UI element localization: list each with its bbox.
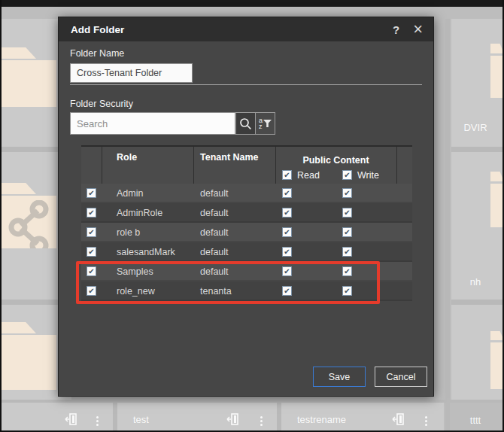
row-select-checkbox[interactable] (87, 286, 96, 296)
sort-filter-button[interactable]: a z (255, 112, 275, 135)
role-cell: Samples (117, 266, 153, 277)
table-header: Role Tenant Name Public Content Read Wri… (81, 145, 412, 184)
read-checkbox[interactable] (282, 227, 292, 237)
tenant-cell: default (200, 266, 229, 277)
header-divider (396, 147, 397, 184)
role-cell: Admin (117, 188, 143, 199)
search-button[interactable] (235, 112, 256, 135)
col-header-tenant-name: Tenant Name (200, 152, 259, 163)
tile-label-tttt: tttt (451, 415, 499, 426)
role-cell: role_new (117, 286, 155, 297)
read-all-checkbox[interactable] (282, 170, 292, 180)
tile-gap (113, 403, 117, 432)
save-button[interactable]: Save (313, 367, 366, 387)
row-select-checkbox[interactable] (87, 227, 96, 237)
write-checkbox[interactable] (342, 266, 352, 276)
tenant-cell: tenanta (200, 286, 232, 297)
more-options-icon[interactable] (96, 415, 99, 427)
close-icon[interactable]: × (413, 22, 423, 37)
folder-icon (2, 335, 56, 390)
table-row[interactable]: AdminRole default (81, 203, 412, 223)
share-icon (8, 200, 51, 248)
tile-label-test: test (133, 414, 149, 425)
write-checkbox[interactable] (342, 227, 352, 237)
folder-icon (490, 184, 504, 227)
read-checkbox[interactable] (282, 266, 292, 276)
more-options-icon[interactable] (425, 415, 428, 427)
tile-label-nh: nh (451, 276, 499, 287)
table-row[interactable]: role b default (81, 223, 412, 242)
tile-gap (451, 300, 504, 305)
tile-gap (2, 400, 504, 403)
more-options-icon[interactable] (260, 415, 263, 427)
header-divider (102, 147, 102, 184)
role-cell: AdminRole (117, 208, 162, 218)
dialog-title: Add Folder (71, 24, 393, 35)
add-folder-dialog: Add Folder ? × Folder Name Folder Securi… (58, 17, 434, 397)
tenant-cell: default (200, 188, 229, 199)
table-row[interactable]: salesandMark default (81, 242, 412, 262)
dialog-body: Folder Name Folder Security a z (59, 41, 433, 396)
write-checkbox[interactable] (342, 247, 352, 257)
read-checkbox[interactable] (282, 208, 292, 218)
exit-folder-icon[interactable] (392, 413, 405, 425)
search-icon (239, 117, 252, 130)
filter-funnel-icon (263, 120, 272, 128)
top-window-strip (2, 0, 504, 7)
col-header-public-content: Public Content (275, 155, 396, 166)
exit-folder-icon[interactable] (226, 413, 239, 425)
tile-gap (445, 19, 450, 432)
read-checkbox[interactable] (282, 286, 292, 296)
write-checkbox[interactable] (342, 208, 352, 218)
dialog-title-bar: Add Folder ? × (59, 17, 433, 41)
folder-security-label: Folder Security (70, 99, 133, 109)
write-checkbox[interactable] (342, 286, 352, 296)
folder-icon (490, 56, 504, 98)
separator (70, 84, 422, 85)
row-select-checkbox[interactable] (87, 208, 96, 218)
tile-label-testrename: testrename (297, 414, 346, 425)
folder-security-table: Role Tenant Name Public Content Read Wri… (81, 145, 412, 301)
row-select-checkbox[interactable] (87, 266, 96, 276)
table-row[interactable]: Admin default (81, 184, 412, 203)
screen: DVIR nh tttt test testrename (0, 0, 504, 432)
read-checkbox[interactable] (282, 247, 292, 257)
write-all-checkbox[interactable] (342, 170, 352, 180)
row-select-checkbox[interactable] (87, 188, 96, 198)
az-letters: a z (259, 117, 263, 129)
row-select-checkbox[interactable] (87, 247, 96, 257)
tile-gap (277, 403, 281, 432)
col-header-role: Role (117, 152, 137, 163)
folder-name-input[interactable] (70, 63, 193, 83)
write-checkbox[interactable] (342, 188, 352, 198)
col-header-write: Write (357, 170, 379, 181)
tile-label-dvir: DVIR (451, 122, 499, 133)
exit-folder-icon[interactable] (65, 413, 77, 425)
tile-gap (451, 147, 504, 152)
header-divider (193, 147, 194, 184)
shared-folder-icon (2, 196, 56, 248)
folder-icon (490, 342, 504, 389)
search-input[interactable] (70, 112, 235, 135)
tenant-cell: default (200, 227, 229, 238)
tenant-cell: default (200, 208, 229, 218)
role-cell: role b (117, 227, 140, 238)
folder-name-label: Folder Name (70, 48, 124, 59)
cancel-button[interactable]: Cancel (375, 367, 427, 387)
table-row-highlighted[interactable]: Samples default (81, 262, 412, 281)
table-row-highlighted[interactable]: role_new tenanta (81, 281, 412, 301)
col-header-read: Read (297, 170, 320, 181)
role-cell: salesandMark (117, 247, 175, 257)
tenant-cell: default (200, 247, 229, 257)
help-icon[interactable]: ? (393, 23, 399, 36)
read-checkbox[interactable] (282, 188, 292, 198)
folder-icon (2, 60, 56, 107)
